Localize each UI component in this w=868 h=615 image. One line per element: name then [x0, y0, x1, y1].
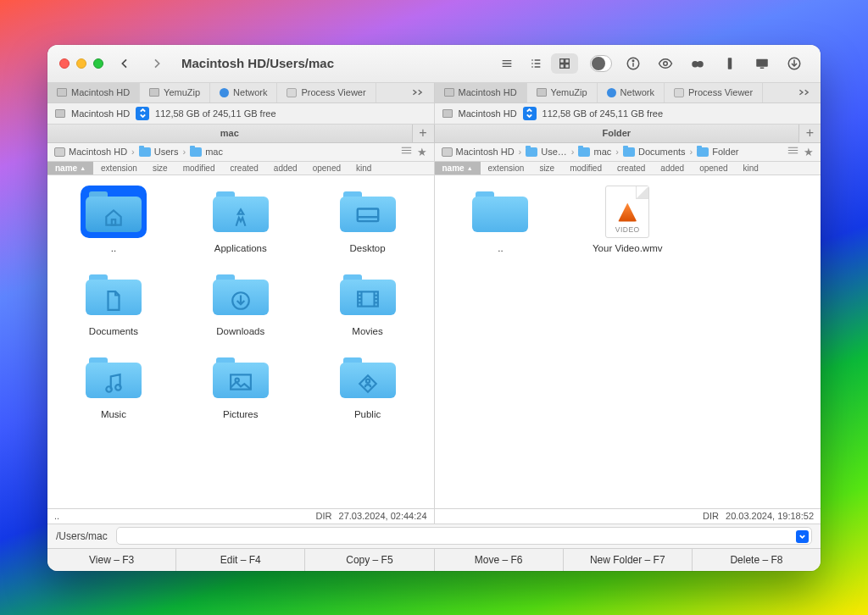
- drive-select-right[interactable]: [523, 107, 537, 120]
- disk-icon: [442, 147, 453, 157]
- info-icon[interactable]: [619, 53, 648, 74]
- breadcrumb-item[interactable]: Folder: [697, 147, 738, 157]
- device-tab[interactable]: Macintosh HD: [435, 83, 527, 102]
- close-icon[interactable]: [59, 58, 70, 69]
- breadcrumb-label: Use…: [541, 147, 567, 157]
- column-header-kind[interactable]: kind: [348, 162, 379, 175]
- status-right-kind: DIR: [703, 511, 719, 521]
- device-tab[interactable]: Network: [210, 83, 277, 102]
- command-button[interactable]: Edit – F4: [176, 549, 305, 571]
- breadcrumb-label: Folder: [712, 147, 738, 157]
- column-header-modified[interactable]: modified: [175, 162, 223, 175]
- device-tab-label: YemuZip: [551, 87, 587, 97]
- command-button[interactable]: Copy – F5: [305, 549, 434, 571]
- column-header-name[interactable]: name▲: [47, 162, 93, 175]
- path-dropdown-button[interactable]: [796, 530, 809, 543]
- device-tab[interactable]: Process Viewer: [665, 83, 763, 102]
- drive-name-left: Macintosh HD: [71, 108, 130, 119]
- favorite-icon[interactable]: ★: [804, 146, 814, 158]
- folder-icon: [526, 147, 537, 157]
- column-header-size[interactable]: size: [531, 162, 562, 175]
- device-tabs-overflow[interactable]: [402, 87, 434, 97]
- command-button[interactable]: View – F3: [47, 549, 176, 571]
- file-item[interactable]: Pictures: [180, 352, 302, 419]
- column-header-created[interactable]: created: [222, 162, 265, 175]
- path-label: /Users/mac: [56, 530, 108, 542]
- command-bar: View – F3Edit – F4Copy – F5Move – F6New …: [47, 548, 821, 571]
- breadcrumb-item[interactable]: Documents: [623, 147, 686, 157]
- device-tabs-overflow[interactable]: [788, 87, 821, 97]
- command-button[interactable]: Delete – F8: [693, 549, 821, 571]
- file-item-label: Downloads: [216, 326, 264, 336]
- breadcrumb-item[interactable]: Use…: [526, 147, 567, 157]
- file-item[interactable]: ..: [440, 186, 562, 253]
- breadcrumb-item[interactable]: mac: [578, 147, 611, 157]
- tab-left[interactable]: mac: [47, 125, 413, 142]
- maximize-icon[interactable]: [93, 58, 103, 69]
- drive-select-left[interactable]: [136, 107, 149, 120]
- column-header-size[interactable]: size: [145, 162, 175, 175]
- column-header-extension[interactable]: extension: [481, 162, 532, 175]
- pane-left[interactable]: ..ApplicationsDesktopDocumentsDownloadsM…: [47, 175, 435, 508]
- column-header-modified[interactable]: modified: [562, 162, 609, 175]
- column-header-opened[interactable]: opened: [305, 162, 348, 175]
- process-icon: [287, 88, 297, 97]
- column-header-added[interactable]: added: [653, 162, 692, 175]
- toggle-hidden-switch[interactable]: [587, 53, 615, 74]
- desktop-icon[interactable]: [748, 53, 776, 74]
- minimize-icon[interactable]: [76, 58, 86, 69]
- path-input[interactable]: [116, 527, 812, 545]
- device-tab[interactable]: YemuZip: [140, 83, 210, 102]
- nav-back-button[interactable]: [114, 54, 136, 73]
- download-icon[interactable]: [780, 53, 809, 74]
- view-columns-button[interactable]: [522, 53, 549, 74]
- view-list-button[interactable]: [493, 53, 520, 74]
- list-toggle-icon[interactable]: [787, 146, 798, 158]
- nav-forward-button[interactable]: [146, 54, 168, 73]
- file-item[interactable]: VIDEOYour Video.wmv: [566, 186, 688, 253]
- file-item[interactable]: Music: [53, 352, 175, 419]
- column-header-added[interactable]: added: [266, 162, 305, 175]
- column-header-extension[interactable]: extension: [93, 162, 145, 175]
- drive-free-left: 112,58 GB of 245,11 GB free: [155, 108, 275, 119]
- column-header-opened[interactable]: opened: [692, 162, 735, 175]
- column-header-row: name▲extensionsizemodifiedcreatedaddedop…: [47, 162, 821, 175]
- tab-right[interactable]: Folder: [435, 125, 800, 142]
- chevron-right-icon: ›: [615, 147, 619, 157]
- binoculars-icon[interactable]: [683, 53, 712, 74]
- file-item[interactable]: Documents: [53, 269, 175, 336]
- folder-icon: [190, 147, 202, 157]
- file-item[interactable]: ..: [53, 186, 175, 253]
- add-tab-left[interactable]: +: [413, 125, 434, 142]
- add-tab-right[interactable]: +: [799, 125, 821, 142]
- command-button[interactable]: New Folder – F7: [564, 549, 693, 571]
- view-grid-button[interactable]: [551, 53, 578, 74]
- file-item[interactable]: Public: [307, 352, 429, 419]
- device-tab[interactable]: Process Viewer: [277, 83, 376, 102]
- file-item[interactable]: Applications: [180, 186, 302, 253]
- breadcrumb-item[interactable]: Users: [139, 147, 179, 157]
- device-tab[interactable]: Macintosh HD: [47, 83, 140, 102]
- column-header-created[interactable]: created: [609, 162, 653, 175]
- file-item[interactable]: Downloads: [180, 269, 302, 336]
- device-tab[interactable]: YemuZip: [527, 83, 598, 102]
- breadcrumb-item[interactable]: Macintosh HD: [442, 147, 515, 157]
- device-tab-label: Macintosh HD: [459, 87, 517, 97]
- device-tab[interactable]: Network: [598, 83, 665, 102]
- command-button[interactable]: Move – F6: [435, 549, 564, 571]
- compress-icon[interactable]: [715, 53, 744, 74]
- breadcrumb-item[interactable]: Macintosh HD: [54, 147, 127, 157]
- list-toggle-icon[interactable]: [401, 146, 412, 158]
- favorite-icon[interactable]: ★: [417, 146, 427, 158]
- disk-icon: [55, 109, 65, 118]
- drive-free-right: 112,58 GB of 245,11 GB free: [542, 108, 663, 119]
- pane-right[interactable]: ..VIDEOYour Video.wmv: [435, 175, 821, 508]
- column-header-name[interactable]: name▲: [435, 162, 481, 175]
- process-icon: [674, 88, 684, 97]
- chevron-right-icon: ›: [690, 147, 693, 157]
- file-item[interactable]: Desktop: [307, 186, 429, 253]
- file-item[interactable]: Movies: [307, 269, 429, 336]
- preview-icon[interactable]: [651, 53, 680, 74]
- breadcrumb-item[interactable]: mac: [190, 147, 223, 157]
- column-header-kind[interactable]: kind: [736, 162, 766, 175]
